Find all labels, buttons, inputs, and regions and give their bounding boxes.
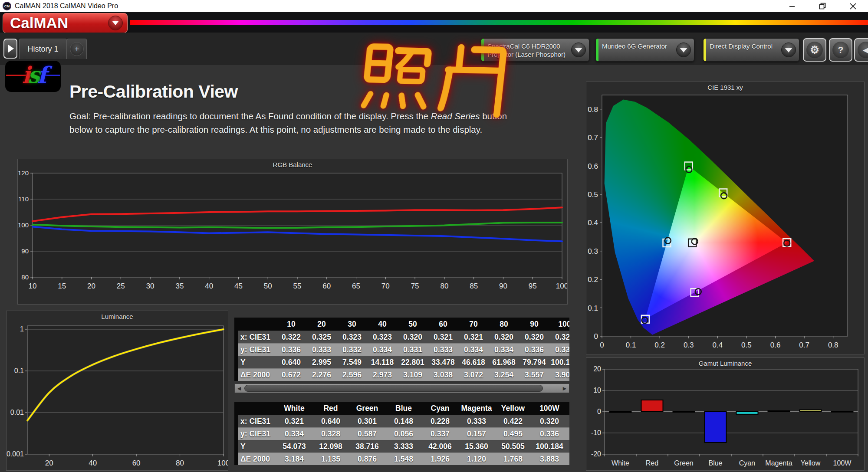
row-label: ΔE 2000 [238,369,276,381]
svg-text:0.6: 0.6 [770,341,781,349]
luminance-chart: Luminance 10.10.010.00120406080100 [6,311,228,471]
meter-dropdown-arrow[interactable] [571,43,586,57]
column-header: Magenta [458,402,495,415]
table-cell: 0.148 [385,415,422,427]
svg-text:100: 100 [217,459,228,467]
table-cell: 3.184 [276,453,312,465]
display-control-status-stripe [704,39,706,61]
source-dropdown-arrow[interactable] [676,43,691,57]
table-cell: 0.336 [531,428,568,440]
svg-text:70: 70 [381,282,390,290]
svg-text:45: 45 [234,282,243,290]
table-cell: 0.640 [312,415,349,427]
table-row: y: CIE310.3340.3280.5870.0560.3370.1570.… [238,427,569,440]
restore-button[interactable] [807,0,838,12]
settings-button[interactable]: ⚙ [803,38,826,62]
table-cell: 42.006 [422,440,458,452]
row-label: Y [238,356,276,368]
table-cell: 0.325 [306,331,337,343]
row-label: y: CIE31 [238,344,276,356]
table-cell: 2.973 [367,369,398,381]
plus-icon: + [70,42,84,56]
table-cell: 1.548 [385,453,422,465]
svg-text:0.5: 0.5 [741,341,752,349]
svg-text:25: 25 [117,282,125,290]
workflow-nav-button[interactable] [3,39,17,59]
table-cell: 0.336 [519,344,549,356]
add-tab-button[interactable]: + [67,39,87,59]
close-icon [850,3,856,10]
column-header: 100W [531,402,568,415]
column-header: Red [312,402,349,415]
svg-text:80: 80 [440,282,448,290]
tab-history-1[interactable]: History 1 [19,39,67,59]
svg-text:0.8: 0.8 [828,341,838,349]
help-button[interactable]: ? [829,38,852,62]
svg-text:Red: Red [646,459,658,467]
table-cell: 1.135 [312,453,349,465]
svg-text:0.5: 0.5 [588,190,598,199]
scroll-left-button[interactable]: ◀ [235,384,243,393]
table-cell: 0.228 [422,415,458,427]
svg-text:0: 0 [597,408,601,415]
row-label: x: CIE31 [238,415,276,427]
calman-menu-arrow[interactable] [108,16,123,30]
table-cell: 1.768 [495,453,531,465]
table-cell: 2.995 [306,356,337,368]
table-header-row: 102030405060708090100 [238,318,569,331]
table-cell: 0.422 [495,415,531,427]
svg-text:95: 95 [529,282,537,290]
column-header: 80 [489,318,519,331]
table-scrollbar[interactable]: ◀ ▶ [234,384,569,393]
table-cell: 2.276 [306,369,337,381]
scrollbar-thumb[interactable] [244,385,543,392]
svg-text:White: White [612,459,629,467]
table-cell: 3.883 [531,453,568,465]
svg-text:0.2: 0.2 [654,341,665,349]
scroll-right-button[interactable]: ▶ [560,384,569,393]
svg-text:1: 1 [20,325,24,333]
table-cell: 0.301 [349,415,385,427]
close-button[interactable] [838,0,868,12]
svg-text:0.4: 0.4 [713,341,723,349]
isf-letter-s: s [28,62,37,88]
table-cell: 12.098 [312,440,349,452]
gear-icon: ⚙ [806,42,823,58]
svg-text:-20: -20 [591,450,601,458]
grayscale-table: 102030405060708090100x: CIE310.3220.3250… [234,318,569,381]
svg-text:0: 0 [600,341,604,349]
collapse-panel-button[interactable]: ◀ [854,38,868,62]
app-icon: CM [3,2,11,10]
svg-text:100: 100 [18,221,29,229]
svg-text:60: 60 [132,459,141,467]
page-title: Pre-Calibration View [69,82,238,102]
display-control-dropdown[interactable]: Direct Display Control [703,38,799,62]
table-cell: 0.336 [276,344,306,356]
svg-text:10: 10 [29,282,37,290]
table-cell: 3.109 [398,369,428,381]
table-cell: 0.334 [276,428,312,440]
table-cell: 61.968 [489,356,519,368]
table-cell: 0.157 [458,428,495,440]
gamut-bar-yellow [800,410,822,412]
svg-text:80: 80 [176,459,184,467]
rgb-balance-plot: 8090100110120101520253035404550556065707… [18,169,567,304]
column-header: 70 [458,318,489,331]
svg-text:0.1: 0.1 [626,341,636,349]
table-cell: 100.184 [549,356,569,368]
column-header: Green [349,402,385,415]
display-control-dropdown-arrow[interactable] [781,43,796,57]
table-cell: 0.333 [428,344,458,356]
rgb-balance-chart: RGB Balance 8090100110120101520253035404… [17,159,568,305]
column-header: 60 [428,318,458,331]
calman-wordmark: CalMAN [10,14,68,32]
cie-overlay: 00.10.20.30.40.50.60.70.800.10.20.30.40.… [586,82,864,354]
table-cell: 38.716 [349,440,385,452]
rainbow-gradient-bar [130,20,868,25]
row-label: x: CIE31 [238,331,276,343]
calman-menu-button[interactable]: CalMAN [3,13,128,33]
minimize-button[interactable] [777,0,807,12]
source-dropdown[interactable]: Murideo 6G Generator [595,38,694,62]
gamut-bar-blue [705,412,727,442]
watermark-zhaopian-glyphs [355,39,515,120]
